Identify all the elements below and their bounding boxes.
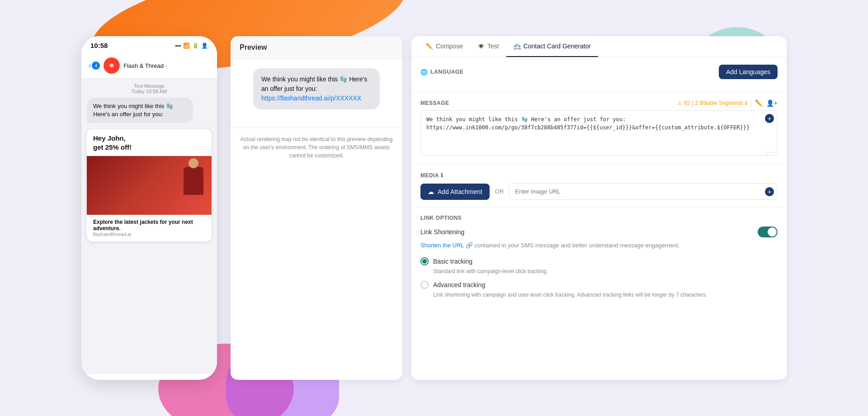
- message-section: MESSAGE ⚠ 92 | 2 Billable Segments ℹ ✏️ …: [411, 92, 787, 165]
- phone-content: ‹ 4 ✳ Flash & Thread · Text Message Toda…: [81, 53, 217, 374]
- media-row: ☁ Add Attachment OR +: [420, 183, 778, 200]
- tab-compose-label: Compose: [436, 43, 463, 50]
- pipe-separator: |: [692, 100, 693, 106]
- user-icon: 👤: [201, 43, 208, 49]
- mms-content: Hey John, get 25% off! Explore the lates…: [87, 129, 212, 241]
- mms-footer-url: flashandthread.ai: [93, 232, 205, 237]
- tab-compose[interactable]: ✏️ Compose: [419, 36, 470, 57]
- link-shortening-row: Link Shortening: [420, 227, 778, 237]
- upload-icon: ☁: [428, 188, 434, 195]
- link-options-section: LINK OPTIONS Link Shortening Shorten the…: [411, 208, 787, 312]
- tab-test-label: Test: [487, 43, 499, 50]
- media-info-icon: ℹ: [441, 172, 443, 179]
- right-panel: ✏️ Compose 👁️ Test 📇 Contact Card Genera…: [411, 36, 787, 380]
- phone-status-bar: 10:58 ▪▪▪ 📶 🔋 👤: [81, 36, 217, 53]
- basic-tracking-desc: Standard link with campaign-level click …: [433, 267, 778, 275]
- textarea-add-button[interactable]: +: [765, 114, 774, 123]
- message-meta: ⚠ 92 | 2 Billable Segments ℹ ✏️ 👤+: [677, 99, 778, 107]
- edit-icon[interactable]: ✏️: [755, 99, 763, 107]
- messages-header: ‹ 4 ✳ Flash & Thread ·: [81, 53, 217, 79]
- shorten-url-text: Shorten the URL 🔗 contained in your SMS …: [420, 241, 778, 250]
- mms-image: [87, 156, 212, 215]
- add-languages-button[interactable]: Add Languages: [719, 65, 778, 79]
- language-section-header: 🌐 LANGUAGE Add Languages: [420, 65, 778, 79]
- advanced-tracking-radio[interactable]: [420, 281, 429, 289]
- preview-message-bubble: We think you might like this 🧤 Here's an…: [253, 68, 380, 109]
- image-url-input[interactable]: [509, 183, 778, 200]
- image-url-add-button[interactable]: +: [765, 187, 774, 196]
- basic-tracking-radio[interactable]: [420, 257, 429, 265]
- contact-card-icon: 📇: [514, 43, 521, 50]
- message-textarea[interactable]: We think you might like this 🧤 Here's an…: [420, 110, 778, 156]
- mms-heading-2: get 25% off!: [93, 143, 205, 152]
- warning-badge: ⚠ 92 | 2 Billable Segments ℹ: [677, 100, 747, 106]
- basic-tracking-radio-row: Basic tracking: [420, 257, 778, 265]
- add-attachment-label: Add Attachment: [438, 188, 482, 195]
- media-label-text: MEDIA: [420, 172, 439, 179]
- shorten-url-desc: contained in your SMS message and better…: [475, 242, 680, 249]
- link-shortening-toggle[interactable]: [758, 227, 778, 237]
- or-text: OR: [495, 188, 504, 195]
- preview-message-text: We think you might like this 🧤 Here's an…: [261, 76, 367, 92]
- mms-text: Hey John, get 25% off!: [87, 129, 212, 156]
- advanced-tracking-label: Advanced tracking: [433, 281, 485, 288]
- shorten-url-link[interactable]: Shorten the URL: [420, 242, 464, 249]
- language-section: 🌐 LANGUAGE Add Languages: [411, 57, 787, 92]
- back-button[interactable]: ‹ 4: [89, 61, 100, 70]
- preview-message-link[interactable]: https://flashandthread.ai/p/XXXXXX: [261, 95, 361, 102]
- phone-mockup: 10:58 ▪▪▪ 📶 🔋 👤 ‹ 4 ✳ Flash & Thread ·: [81, 36, 217, 380]
- wifi-icon: 📶: [183, 43, 190, 49]
- mms-footer: Explore the latest jackets for your next…: [87, 215, 212, 241]
- tab-test[interactable]: 👁️ Test: [470, 36, 506, 57]
- info-icon: ℹ: [745, 100, 747, 106]
- preview-content: We think you might like this 🧤 Here's an…: [231, 59, 402, 128]
- advanced-tracking-desc: Link shortening with campaign and user-l…: [433, 291, 778, 299]
- tabs-bar: ✏️ Compose 👁️ Test 📇 Contact Card Genera…: [411, 36, 787, 57]
- main-container: 10:58 ▪▪▪ 📶 🔋 👤 ‹ 4 ✳ Flash & Thread ·: [81, 36, 787, 380]
- language-label: 🌐 LANGUAGE: [420, 69, 463, 76]
- tab-contact-card[interactable]: 📇 Contact Card Generator: [506, 36, 598, 57]
- basic-tracking-label: Basic tracking: [433, 258, 472, 265]
- phone-icons: ▪▪▪ 📶 🔋 👤: [175, 43, 208, 49]
- media-label: MEDIA ℹ: [420, 172, 778, 179]
- advanced-tracking-radio-row: Advanced tracking: [420, 281, 778, 289]
- compose-icon: ✏️: [426, 43, 433, 50]
- person-head: [189, 158, 198, 168]
- contact-avatar-icon: ✳: [109, 62, 114, 69]
- warning-icon: ⚠: [677, 100, 682, 106]
- add-attachment-button[interactable]: ☁ Add Attachment: [420, 184, 490, 200]
- contact-avatar: ✳: [104, 57, 120, 74]
- advanced-tracking-option: Advanced tracking Link shortening with c…: [420, 281, 778, 299]
- mms-heading-1: Hey John,: [93, 134, 205, 143]
- message-textarea-wrapper: We think you might like this 🧤 Here's an…: [420, 110, 778, 157]
- message-area: Text Message Today 10:58 AM We think you…: [81, 79, 217, 246]
- test-icon: 👁️: [477, 43, 485, 50]
- vertical-divider: [751, 99, 751, 107]
- basic-tracking-option: Basic tracking Standard link with campai…: [420, 257, 778, 275]
- back-chevron-icon: ‹: [89, 61, 91, 70]
- message-bubbles: We think you might like this 🧤 Here's an…: [87, 98, 212, 241]
- message-bubble: We think you might like this 🧤 Here's an…: [87, 98, 193, 123]
- tab-contact-card-label: Contact Card Generator: [524, 43, 591, 50]
- shorten-url-external-icon: 🔗: [466, 242, 475, 249]
- link-options-label: LINK OPTIONS: [420, 215, 778, 221]
- contact-name: Flash & Thread ·: [123, 62, 167, 69]
- link-shortening-label: Link Shortening: [420, 228, 464, 236]
- person-jacket: [184, 167, 203, 195]
- globe-icon: 🌐: [420, 69, 428, 76]
- message-label: MESSAGE: [420, 100, 449, 106]
- message-time: Today 10:58 AM: [87, 89, 212, 94]
- phone-time: 10:58: [90, 42, 108, 49]
- personalize-icon[interactable]: 👤+: [766, 99, 778, 107]
- back-badge: 4: [92, 61, 100, 70]
- image-url-wrapper: +: [509, 183, 778, 200]
- signal-icon: ▪▪▪: [175, 43, 181, 49]
- resize-handle[interactable]: ⋮⋯: [765, 149, 776, 156]
- segments-text: 2 Billable Segments: [695, 100, 743, 106]
- media-section: MEDIA ℹ ☁ Add Attachment OR +: [411, 165, 787, 208]
- message-section-header: MESSAGE ⚠ 92 | 2 Billable Segments ℹ ✏️ …: [420, 99, 778, 107]
- action-icons: ✏️ 👤+: [755, 99, 778, 107]
- message-date: Text Message: [87, 83, 212, 89]
- preview-header: Preview: [231, 36, 402, 59]
- preview-disclaimer: Actual rendering may not be identical to…: [231, 128, 402, 167]
